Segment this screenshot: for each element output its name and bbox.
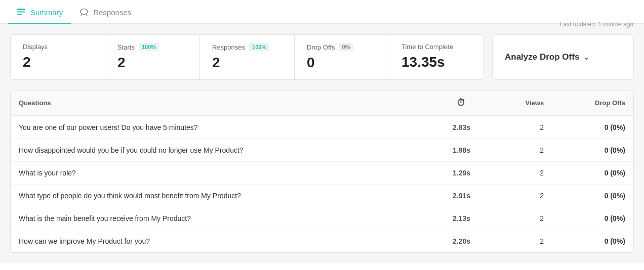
stat-card-starts: Starts 100% 2 [105, 34, 200, 80]
tab-summary-label: Summary [30, 8, 63, 17]
cell-time: 2.91s [432, 184, 491, 207]
cell-question: What is your role? [11, 161, 432, 184]
stat-card-dropoffs: Drop Offs 0% 0 [295, 34, 389, 80]
stats-row: Displays 2 Starts 100% 2 Responses 100% [10, 34, 634, 80]
table-row: How disappointed would you be if you cou… [11, 139, 633, 161]
cell-dropoffs: 0 (0%) [552, 116, 633, 139]
cell-dropoffs: 0 (0%) [552, 139, 633, 161]
cell-question: What type of people do you think would m… [11, 184, 432, 207]
analyze-dropoffs-label: Analyze Drop Offs [505, 52, 579, 62]
svg-rect-2 [17, 14, 22, 15]
cell-views: 2 [491, 139, 552, 161]
analyze-dropoffs-button[interactable]: Analyze Drop Offs ⌄ [505, 52, 589, 62]
tab-responses[interactable]: Responses [71, 0, 139, 24]
cell-dropoffs: 0 (0%) [552, 207, 633, 230]
responses-icon [79, 7, 89, 17]
stat-card-displays: Displays 2 [10, 34, 105, 80]
stats-cards-group: Displays 2 Starts 100% 2 Responses 100% [10, 34, 484, 80]
timer-icon: ⏱ [457, 98, 466, 108]
cell-time: 2.83s [432, 116, 491, 139]
svg-rect-0 [17, 9, 25, 10]
displays-value: 2 [23, 54, 93, 71]
cell-views: 2 [491, 116, 552, 139]
responses-badge: 100% [249, 43, 269, 51]
table-header-row: Questions ⏱ Views Drop Offs [11, 91, 633, 116]
last-updated-text: Last updated: 1 minute ago [560, 21, 633, 28]
cell-dropoffs: 0 (0%) [552, 230, 633, 252]
questions-table: Questions ⏱ Views Drop Offs [11, 91, 633, 252]
cell-question: You are one of our power users! Do you h… [11, 116, 432, 139]
cell-question: What is the main benefit you receive fro… [11, 207, 432, 230]
cell-views: 2 [491, 230, 552, 252]
col-header-time: ⏱ [432, 91, 491, 116]
cell-question: How can we improve My Product for you? [11, 230, 432, 252]
col-header-views: Views [491, 91, 552, 116]
col-header-questions: Questions [11, 91, 432, 116]
summary-icon [16, 7, 26, 17]
starts-badge: 100% [139, 43, 159, 51]
svg-rect-1 [17, 12, 25, 13]
table-row: How can we improve My Product for you? 2… [11, 230, 633, 252]
analyze-area: Last updated: 1 minute ago Analyze Drop … [492, 34, 634, 80]
cell-time: 2.20s [432, 230, 491, 252]
cell-time: 1.98s [432, 139, 491, 161]
cell-question: How disappointed would you be if you cou… [11, 139, 432, 161]
dropoffs-label: Drop Offs 0% [307, 43, 377, 51]
responses-label: Responses 100% [212, 43, 282, 51]
svg-point-3 [80, 9, 88, 15]
table-body: You are one of our power users! Do you h… [11, 116, 633, 252]
table-row: What is your role? 1.29s 2 0 (0%) [11, 161, 633, 184]
cell-views: 2 [491, 161, 552, 184]
cell-time: 1.29s [432, 161, 491, 184]
cell-views: 2 [491, 207, 552, 230]
table-row: What is the main benefit you receive fro… [11, 207, 633, 230]
responses-value: 2 [212, 54, 282, 71]
chevron-down-icon: ⌄ [583, 53, 589, 61]
cell-time: 2.13s [432, 207, 491, 230]
tab-responses-label: Responses [93, 8, 131, 17]
starts-label: Starts 100% [117, 43, 187, 51]
time-value: 13.35s [401, 54, 471, 71]
table-row: What type of people do you think would m… [11, 184, 633, 207]
displays-label: Displays [23, 43, 93, 51]
table-row: You are one of our power users! Do you h… [11, 116, 633, 139]
time-label: Time to Complete [401, 43, 471, 51]
cell-dropoffs: 0 (0%) [552, 184, 633, 207]
main-content: Displays 2 Starts 100% 2 Responses 100% [0, 24, 644, 263]
dropoffs-badge: 0% [339, 43, 353, 51]
starts-value: 2 [117, 54, 187, 71]
col-header-dropoffs: Drop Offs [552, 91, 633, 116]
dropoffs-value: 0 [307, 54, 377, 71]
tab-summary[interactable]: Summary [8, 0, 71, 24]
app-container: Summary Responses Displays 2 [0, 0, 644, 270]
tab-bar: Summary Responses [0, 0, 644, 24]
cell-views: 2 [491, 184, 552, 207]
cell-dropoffs: 0 (0%) [552, 161, 633, 184]
stat-card-responses: Responses 100% 2 [200, 34, 295, 80]
stat-card-time: Time to Complete 13.35s [389, 34, 484, 80]
questions-table-container: Questions ⏱ Views Drop Offs [10, 90, 634, 253]
